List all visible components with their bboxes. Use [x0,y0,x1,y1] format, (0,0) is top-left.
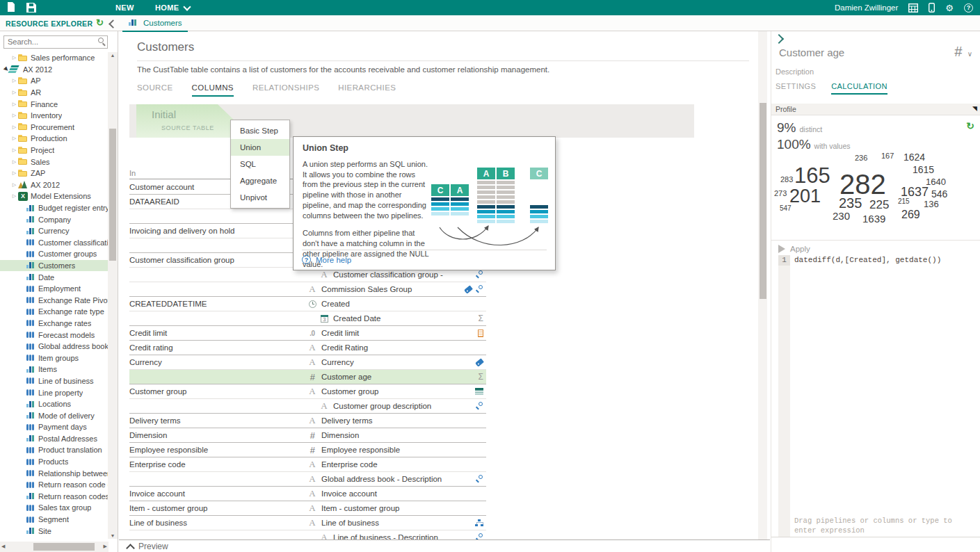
tree-item-date[interactable]: Date [0,271,108,283]
tree-item-relationship-between-it[interactable]: Relationship between it [0,467,108,479]
scroll-left-icon[interactable]: ◀ [1,544,5,549]
table-row[interactable]: CurrencyACurrency [129,355,486,369]
tree-item-return-reason-code-gro[interactable]: Return reason code gro [0,479,108,491]
expander-icon[interactable]: ▷ [10,102,18,107]
expander-icon[interactable]: ▷ [10,78,18,83]
column-name[interactable]: Created [321,300,350,308]
column-name[interactable]: Customer group [321,387,378,396]
tree-item-ax-2012[interactable]: ▶AX 2012 [0,64,108,76]
orange-doc-icon[interactable] [478,330,483,337]
tree-item-site[interactable]: Site [0,525,108,537]
table-row[interactable]: Credit limit.0Credit limit [129,325,486,340]
column-name[interactable]: Customer age [321,373,371,381]
tree-item-zap[interactable]: ▷ZAP [0,168,108,179]
tree-item-customer-groups[interactable]: Customer groups [0,248,108,260]
tree-item-sales[interactable]: ▷Sales [0,156,108,168]
help-icon[interactable]: ? [964,3,973,13]
expression-editor[interactable]: 1 datediff(d,[Created], getdate()) Drag … [778,255,980,537]
scroll-up-icon[interactable]: ▲ [108,53,118,58]
save-icon[interactable] [26,3,36,13]
table-row[interactable]: Customer groupACustomer group [129,384,486,398]
scrollbar-thumb[interactable] [760,103,766,299]
column-name[interactable]: Credit limit [321,329,359,337]
tree-item-ap[interactable]: ▷AP [0,75,108,87]
tree-item-finance[interactable]: ▷Finance [0,98,108,110]
profile-section-header[interactable]: Profile ◥ [771,104,980,115]
tree-item-ax-2012[interactable]: ▷AX 2012 [0,179,108,191]
tree-item-sales-performance[interactable]: ▷Sales performance [0,52,108,64]
tree-item-forecast-models[interactable]: Forecast models [0,329,108,341]
tree-item-return-reason-codes[interactable]: Return reason codes [0,491,108,503]
expander-icon[interactable]: ▷ [10,136,18,141]
column-name[interactable]: Customer group description [333,402,431,410]
main-vertical-scrollbar[interactable] [758,31,767,539]
search-icon[interactable] [475,270,483,279]
tree-item-item-groups[interactable]: Item groups [0,352,108,364]
table-row[interactable]: ACommission Sales Group [129,282,486,296]
tree-item-product-translation[interactable]: Product translation [0,444,108,456]
tab-hierarchies[interactable]: HIERARCHIES [338,83,396,97]
column-name[interactable]: Credit Rating [321,343,368,352]
more-help-link[interactable]: ? More help [302,250,547,264]
sigma-icon[interactable]: Σ [479,314,483,323]
tree-item-items[interactable]: Items [0,364,108,375]
table-row[interactable]: Item - customer groupAItem - customer gr… [129,501,486,515]
expander-icon[interactable]: ▷ [10,170,18,176]
table-row[interactable]: CREATEDDATETIMECreated [129,296,486,311]
menu-new[interactable]: NEW [115,3,134,12]
column-name[interactable]: Line of business [321,519,379,527]
tab-settings[interactable]: SETTINGS [776,82,816,95]
expander-icon[interactable]: ▷ [10,182,18,188]
tree-item-ar[interactable]: ▷AR [0,87,108,99]
tab-calculation[interactable]: CALCULATION [831,82,887,95]
table-row[interactable]: AGlobal address book - Description [129,471,486,486]
tree-item-production[interactable]: ▷Production [0,133,108,145]
hierarchy-icon[interactable] [475,519,483,527]
expander-icon[interactable]: ▷ [10,113,18,118]
column-name[interactable]: Commission Sales Group [321,285,412,293]
search-icon[interactable] [475,285,483,293]
tree-item-exchange-rate-type[interactable]: Exchange rate type [0,306,108,318]
expander-icon[interactable]: ▷ [10,193,18,199]
tree-item-budget-register-entry-st[interactable]: Budget register entry st [0,202,108,214]
tree-item-payment-days[interactable]: Payment days [0,421,108,433]
column-name[interactable]: Enterprise code [321,460,378,469]
expander-icon[interactable]: ▷ [10,124,18,130]
table-row[interactable]: Delivery termsADelivery terms [129,413,486,428]
document-tab-customers[interactable]: Customers [122,15,188,32]
menu-item-sql[interactable]: SQL [231,156,289,172]
column-name[interactable]: Dimension [321,431,359,439]
tree-item-exchange-rates[interactable]: Exchange rates [0,318,108,330]
menu-item-aggregate[interactable]: Aggregate [231,172,289,189]
column-name[interactable]: Employee responsible [321,446,400,454]
calendar-grid-icon[interactable] [908,3,918,13]
scroll-down-icon[interactable]: ▼ [108,533,118,538]
tree-item-exchange-rate-pivot[interactable]: Exchange Rate Pivot [0,294,108,306]
tree-item-products[interactable]: Products [0,456,108,468]
number-type-icon[interactable]: # [954,44,962,60]
tree-item-postal-addresses[interactable]: Postal Addresses [0,433,108,445]
refresh-icon[interactable]: ↻ [96,17,104,28]
table-icon[interactable] [475,388,483,395]
tree-item-sales-tax-group[interactable]: Sales tax group [0,502,108,514]
scrollbar-thumb[interactable] [33,543,95,551]
tree-item-procurement[interactable]: ▷Procurement [0,122,108,133]
tree-item-inventory[interactable]: ▷Inventory [0,110,108,122]
menu-home[interactable]: HOME [155,3,191,12]
menu-item-union[interactable]: Union [231,139,289,156]
description-placeholder[interactable]: Description [776,67,814,76]
table-row[interactable]: Credit ratingACredit Rating [129,340,486,355]
user-name[interactable]: Damien Zwillinger [835,3,898,12]
sidebar-horizontal-scrollbar[interactable]: ◀ ▶ [0,542,109,552]
apply-button[interactable]: Apply [778,245,810,253]
tree-item-customer-classification[interactable]: Customer classification [0,237,108,249]
expander-icon[interactable]: ▷ [10,90,18,95]
column-name[interactable]: Global address book - Description [321,475,442,483]
collapse-explorer-icon[interactable] [109,19,118,29]
expression-code[interactable]: datediff(d,[Created], getdate()) [794,256,941,264]
scroll-right-icon[interactable]: ▶ [104,544,107,549]
tab-source[interactable]: SOURCE [137,83,173,97]
column-name[interactable]: Invoice account [321,489,377,498]
tree-item-mode-of-delivery[interactable]: Mode of delivery [0,409,108,421]
table-row[interactable]: #Customer ageΣ [129,369,486,384]
